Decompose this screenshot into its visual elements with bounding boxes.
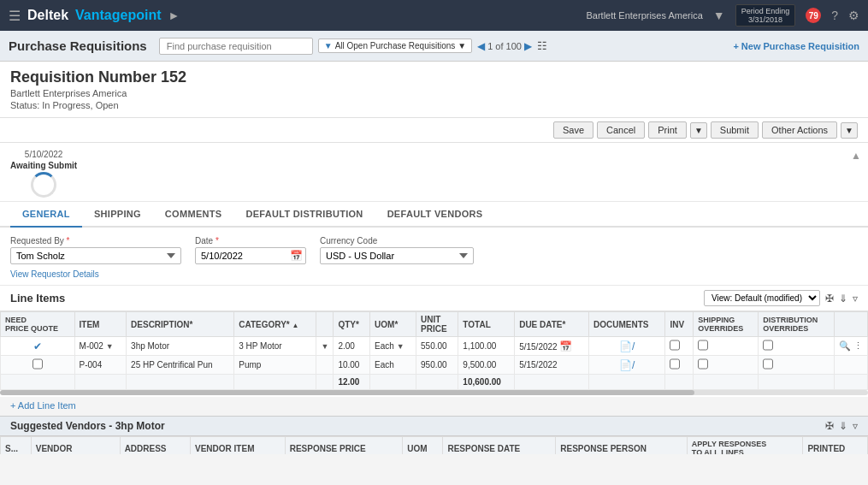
line-items-table: NEEDPRICE QUOTE ITEM DESCRIPTION* CATEGO… xyxy=(0,311,868,390)
list-view-icon[interactable]: ☷ xyxy=(537,39,547,52)
col-category[interactable]: CATEGORY* ▲ xyxy=(234,312,316,337)
inv-checkbox-2[interactable] xyxy=(670,358,680,370)
prev-button[interactable]: ◀ xyxy=(477,40,485,52)
calendar-icon[interactable]: 📅 xyxy=(290,250,303,262)
hamburger-icon[interactable]: ☰ xyxy=(9,8,21,24)
distribution-checkbox-2[interactable] xyxy=(763,358,773,370)
col-shipping-overrides: SHIPPINGOVERRIDES xyxy=(694,312,759,337)
search-row-button[interactable]: 🔍 xyxy=(839,340,851,352)
more-actions-button[interactable]: ⋮ xyxy=(853,340,863,352)
vendor-col-vendor: VENDOR xyxy=(31,437,120,455)
filter-table-icon[interactable]: ▿ xyxy=(853,293,858,305)
vendor-col-address: ADDRESS xyxy=(120,437,190,455)
currency-select[interactable]: USD - US Dollar xyxy=(320,247,474,264)
uom-dropdown[interactable]: ▼ xyxy=(397,342,404,351)
print-button[interactable]: Print xyxy=(648,121,687,139)
tab-comments[interactable]: COMMENTS xyxy=(153,202,234,228)
save-button[interactable]: Save xyxy=(553,121,593,139)
col-qty[interactable]: QTY* xyxy=(334,312,370,337)
shipping-overrides-cell[interactable] xyxy=(694,337,759,356)
category-dropdown[interactable]: ▼ xyxy=(321,342,328,351)
page-title: Purchase Requisitions xyxy=(9,38,147,53)
item-dropdown[interactable]: ▼ xyxy=(106,342,114,351)
price-quote-checkbox[interactable] xyxy=(32,358,43,370)
item-cell: M-002 ▼ xyxy=(74,337,127,356)
distribution-overrides-cell-2[interactable] xyxy=(759,356,835,375)
distribution-overrides-cell[interactable] xyxy=(759,337,835,356)
qty-cell: 2.00 xyxy=(334,337,370,356)
new-requisition-button[interactable]: + New Purchase Requisition xyxy=(733,41,859,51)
shipping-checkbox-2[interactable] xyxy=(698,358,708,370)
total-qty: 12.00 xyxy=(334,375,370,390)
view-requestor-link[interactable]: View Requestor Details xyxy=(10,269,99,279)
documents-cell[interactable]: 📄/ xyxy=(589,337,665,356)
collapse-timeline-icon[interactable]: ▲ xyxy=(851,150,861,162)
documents-cell-2[interactable]: 📄/ xyxy=(589,356,665,375)
export-vendors-icon[interactable]: ⇓ xyxy=(839,420,847,432)
distribution-checkbox[interactable] xyxy=(763,340,773,351)
view-select[interactable]: View: Default (modified) xyxy=(704,290,820,306)
requisition-number: Requisition Number 152 xyxy=(10,68,858,86)
requested-by-group: Requested By * Tom Scholz xyxy=(10,236,181,264)
total-cell: 1,100.00 xyxy=(458,337,515,356)
item-cell-2: P-004 xyxy=(74,356,127,375)
export-icon[interactable]: ⇓ xyxy=(839,293,847,305)
need-price-quote-cell[interactable]: ✔ xyxy=(1,337,75,356)
col-item[interactable]: ITEM xyxy=(74,312,127,337)
total-empty-6 xyxy=(370,375,416,390)
inv-checkbox[interactable] xyxy=(670,340,680,351)
nav-position: 1 of 100 xyxy=(487,41,522,51)
tab-default-vendors[interactable]: DEFAULT VENDORS xyxy=(375,202,495,228)
uom-cell: Each ▼ xyxy=(370,337,416,356)
other-actions-button[interactable]: Other Actions xyxy=(762,121,837,139)
other-actions-dropdown[interactable]: ▼ xyxy=(841,122,858,139)
next-button[interactable]: ▶ xyxy=(524,40,532,52)
total-empty-12 xyxy=(759,375,835,390)
tab-default-distribution[interactable]: DEFAULT DISTRIBUTION xyxy=(233,202,375,228)
total-empty-7 xyxy=(416,375,458,390)
filter-button[interactable]: ▼ All Open Purchase Requisitions ▼ xyxy=(318,38,472,53)
question-icon[interactable]: ? xyxy=(831,9,838,22)
notification-badge[interactable]: 79 xyxy=(806,8,821,23)
expand-icon[interactable]: ✠ xyxy=(825,293,834,305)
col-due-date[interactable]: DUE DATE* xyxy=(515,312,589,337)
tabs: GENERAL SHIPPING COMMENTS DEFAULT DISTRI… xyxy=(0,202,868,228)
due-date-cell: 5/15/2022 📅 xyxy=(515,337,589,356)
add-line-item-button[interactable]: + Add Line Item xyxy=(0,397,86,414)
nav-arrow-icon: ► xyxy=(168,9,180,22)
vendor-col-price: RESPONSE PRICE xyxy=(285,437,402,455)
tab-general[interactable]: GENERAL xyxy=(10,202,82,228)
check-icon: ✔ xyxy=(33,340,42,352)
due-date-cal-icon[interactable]: 📅 xyxy=(559,340,572,352)
inv-cell-2 xyxy=(665,356,694,375)
progress-circle xyxy=(31,172,56,198)
currency-label: Currency Code xyxy=(320,236,474,245)
submit-button[interactable]: Submit xyxy=(711,121,759,139)
shipping-overrides-cell-2[interactable] xyxy=(694,356,759,375)
total-empty-2 xyxy=(74,375,127,390)
nav-right: Bartlett Enterprises America ▼ Period En… xyxy=(586,4,859,27)
shipping-checkbox[interactable] xyxy=(698,340,708,351)
requested-by-select[interactable]: Tom Scholz xyxy=(10,247,181,264)
settings-icon[interactable]: ⚙ xyxy=(848,9,859,22)
unit-price-cell-2: 950.00 xyxy=(416,356,458,375)
col-unit-price: UNITPRICE xyxy=(416,312,458,337)
search-input[interactable] xyxy=(159,38,313,55)
qty-cell-2: 10.00 xyxy=(334,356,370,375)
expand-vendors-icon[interactable]: ✠ xyxy=(825,420,834,432)
print-dropdown[interactable]: ▼ xyxy=(690,122,707,139)
col-description[interactable]: DESCRIPTION* xyxy=(127,312,234,337)
vendor-col-apply: APPLY RESPONSESTO ALL LINES xyxy=(687,437,803,455)
need-price-quote-cell-2[interactable] xyxy=(1,356,75,375)
cancel-button[interactable]: Cancel xyxy=(597,121,645,139)
due-date-cell-2: 5/15/2022 xyxy=(515,356,589,375)
col-uom[interactable]: UOM* xyxy=(370,312,416,337)
tab-shipping[interactable]: SHIPPING xyxy=(82,202,153,228)
company-dropdown-icon[interactable]: ▼ xyxy=(713,9,725,22)
filter-vendors-icon[interactable]: ▿ xyxy=(853,420,858,432)
total-empty-9 xyxy=(589,375,665,390)
nav-left: ☰ Deltek Vantagepoint ► xyxy=(9,8,180,24)
total-row: 12.00 10,600.00 xyxy=(1,375,868,390)
line-items-title: Line Items xyxy=(10,292,65,305)
total-empty-1 xyxy=(1,375,75,390)
